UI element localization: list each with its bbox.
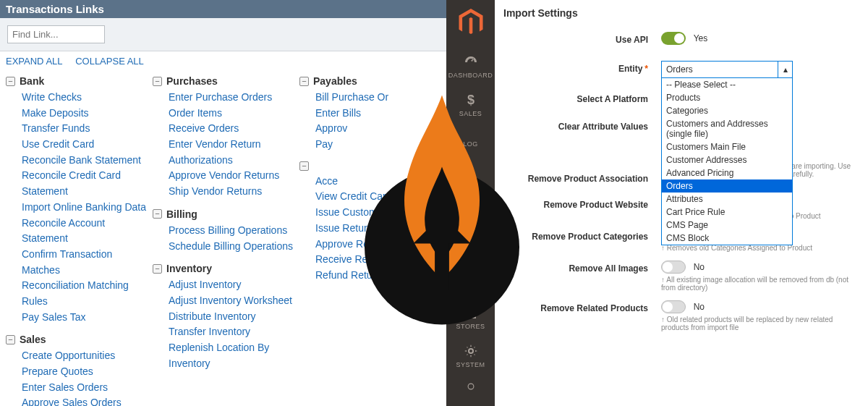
link-item[interactable]: Ship Vendor Returns [169, 184, 299, 200]
entity-option[interactable]: CMS Block [662, 232, 792, 245]
entity-dropdown[interactable]: -- Please Select --ProductsCategoriesCus… [661, 77, 793, 245]
remove-related-value: No [694, 302, 705, 312]
link-item[interactable]: Transfer Inventory [169, 324, 299, 340]
category-name: Payables [313, 75, 357, 87]
expand-controls: EXPAND ALL COLLAPSE ALL [0, 51, 446, 71]
link-item[interactable]: Prepare Quotes [22, 364, 153, 380]
link-item[interactable]: Confirm Transaction Matches [22, 247, 153, 278]
collapse-icon[interactable]: − [299, 77, 309, 86]
link-item[interactable]: Write Checks [22, 90, 153, 106]
category-name: Sales [20, 334, 46, 345]
field-remove-images: Remove All Images No All existing image … [503, 261, 859, 292]
category-name: Inventory [166, 263, 212, 274]
field-entity: Entity* Orders ▴ -- Please Select --Prod… [503, 61, 859, 78]
collapse-icon[interactable]: − [6, 77, 15, 86]
remove-assoc-label: Remove Product Association [503, 171, 661, 184]
link-item[interactable]: Adjust Inventory Worksheet [169, 293, 299, 309]
remove-related-hint: Old related products will be replaced by… [661, 316, 859, 331]
collapse-icon[interactable]: − [153, 264, 162, 274]
link-item[interactable]: Receive Orders [169, 121, 299, 137]
link-item[interactable]: Replenish Location By Inventory [169, 340, 299, 371]
sidebar-item-more[interactable] [446, 376, 495, 401]
category-name: Purchases [166, 75, 218, 87]
use-api-toggle[interactable] [661, 32, 686, 45]
platform-label: Select A Platform [503, 91, 661, 104]
remove-website-label: Remove Product Website [503, 197, 661, 210]
link-item[interactable]: Schedule Billing Operations [169, 239, 299, 255]
field-use-api: Use API Yes [503, 32, 859, 45]
remove-cats-label: Remove Product Categories [503, 229, 661, 242]
entity-option[interactable]: Products [662, 91, 792, 104]
sidebar-item-system[interactable]: SYSTEM [446, 337, 495, 376]
collapse-icon[interactable]: − [6, 335, 15, 344]
use-api-label: Use API [503, 32, 661, 45]
entity-option[interactable]: Customers and Addresses (single file) [662, 117, 792, 140]
svg-point-4 [469, 349, 473, 353]
remove-images-value: No [694, 262, 705, 272]
link-item[interactable]: Distribute Inventory [169, 309, 299, 325]
entity-select[interactable]: Orders ▴ [661, 61, 793, 78]
magento-logo-icon [459, 9, 483, 36]
panel-title: Transactions Links [0, 0, 446, 18]
link-item[interactable]: Reconciliation Matching Rules [22, 278, 153, 309]
remove-images-toggle[interactable] [661, 261, 686, 274]
link-item[interactable]: Approve Vendor Returns [169, 168, 299, 184]
entity-option[interactable]: Orders [662, 179, 792, 193]
link-item[interactable]: Import Online Banking Data [22, 200, 153, 216]
expand-all-button[interactable]: EXPAND ALL [6, 56, 63, 67]
link-item[interactable]: Use Credit Card [22, 137, 153, 153]
search-input[interactable] [7, 25, 105, 43]
link-item[interactable]: Process Billing Operations [169, 223, 299, 239]
search-area [0, 18, 446, 51]
category-name: Billing [166, 208, 197, 220]
field-remove-related: Remove Related Products No Old related p… [503, 300, 859, 331]
entity-option[interactable]: Attributes [662, 193, 792, 206]
link-item[interactable]: Approve Sales Orders [22, 395, 153, 406]
link-item[interactable]: Reconcile Bank Statement [22, 153, 153, 169]
collapse-icon[interactable]: − [153, 77, 162, 86]
use-api-value: Yes [694, 33, 708, 43]
svg-point-5 [468, 384, 474, 389]
remove-images-label: Remove All Images [503, 261, 661, 274]
collapse-all-button[interactable]: COLLAPSE ALL [75, 56, 144, 67]
import-settings-title: Import Settings [503, 7, 859, 19]
link-item[interactable]: Enter Sales Orders [22, 380, 153, 396]
entity-label: Entity* [503, 61, 661, 74]
link-item[interactable]: Create Opportunities [22, 348, 153, 364]
collapse-icon[interactable]: − [153, 209, 162, 219]
link-item[interactable]: Make Deposits [22, 106, 153, 122]
link-item[interactable]: Order Items [169, 106, 299, 122]
remove-images-hint: All existing image allocation will be re… [661, 276, 859, 292]
entity-option[interactable]: Customers Main File [662, 140, 792, 153]
remove-related-label: Remove Related Products [503, 300, 661, 313]
entity-option[interactable]: -- Please Select -- [662, 78, 792, 91]
collapse-icon[interactable]: − [299, 161, 309, 171]
link-item[interactable]: Adjust Inventory [169, 277, 299, 293]
dropdown-arrow-icon[interactable]: ▴ [778, 62, 792, 77]
link-item[interactable]: Pay Sales Tax [22, 310, 153, 326]
entity-option[interactable]: Customer Addresses [662, 153, 792, 166]
remove-related-toggle[interactable] [661, 300, 686, 313]
category-name: Bank [20, 75, 44, 87]
firebear-logo-icon [363, 81, 521, 327]
link-item[interactable]: Reconcile Credit Card Statement [22, 168, 153, 199]
link-item[interactable]: Enter Purchase Orders [169, 90, 299, 106]
link-item[interactable]: Enter Vendor Return Authorizations [169, 137, 299, 168]
entity-option[interactable]: CMS Page [662, 219, 792, 232]
clear-attr-label: Clear Attribute Values [503, 119, 661, 132]
entity-option[interactable]: Categories [662, 104, 792, 117]
entity-option[interactable]: Advanced Pricing [662, 166, 792, 179]
link-item[interactable]: Reconcile Account Statement [22, 216, 153, 247]
import-settings-panel: Import Settings Use API Yes Entity* Orde… [495, 0, 868, 406]
entity-option[interactable]: Cart Price Rule [662, 206, 792, 219]
link-item[interactable]: Transfer Funds [22, 121, 153, 137]
